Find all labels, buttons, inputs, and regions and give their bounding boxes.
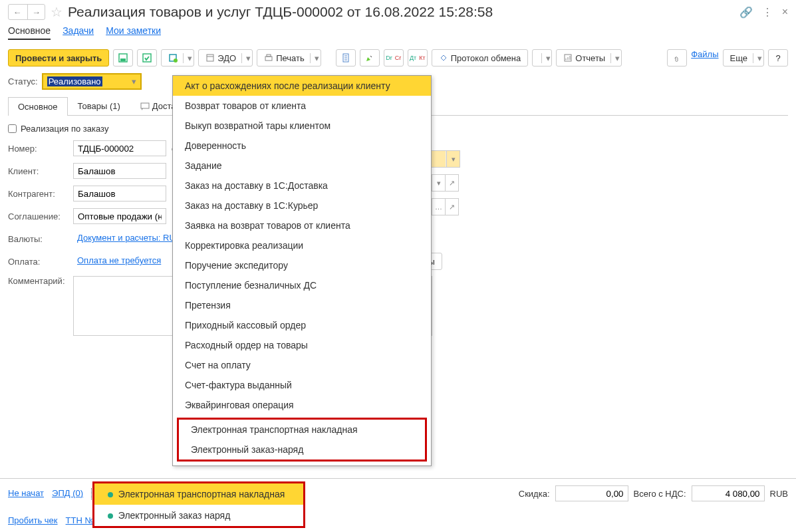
dot-icon <box>108 513 113 519</box>
menu-item[interactable]: Электронный заказ-наряд <box>179 440 425 460</box>
tab-tasks[interactable]: Задачи <box>63 25 94 40</box>
create-based-on-menu: Акт о расхождениях после реализации клие… <box>172 75 432 466</box>
counterparty-label: Контрагент: <box>8 189 68 199</box>
tab-main[interactable]: Основное <box>8 25 51 40</box>
by-order-checkbox[interactable] <box>8 124 17 133</box>
popup-item[interactable]: Электронный заказ наряд <box>94 505 303 526</box>
menu-item[interactable]: Заказ на доставку в 1С:Курьер <box>173 196 431 215</box>
forward-button[interactable]: → <box>27 5 45 19</box>
agreement-field[interactable] <box>73 208 166 224</box>
svg-rect-5 <box>207 55 213 61</box>
menu-item[interactable]: Счет-фактура выданный <box>173 375 431 395</box>
chevron-down-icon[interactable]: ▾ <box>432 175 445 191</box>
protocol-button[interactable]: Протокол обмена <box>432 49 529 66</box>
menu-item[interactable]: Эквайринговая операция <box>173 395 431 415</box>
attach-icon[interactable] <box>667 49 687 66</box>
agreement-label: Соглашение: <box>8 211 68 221</box>
menu-item[interactable]: Выкуп возвратной тары клиентом <box>173 116 431 136</box>
status-field[interactable]: Реализовано ▾ <box>42 73 142 90</box>
ttn-link[interactable]: ТТН № <box>66 515 94 525</box>
top-tabs: Основное Задачи Мои заметки <box>0 25 796 47</box>
client-field[interactable] <box>73 163 166 179</box>
menu-item[interactable]: Приходный кассовый ордер <box>173 315 431 335</box>
close-icon[interactable]: × <box>782 6 788 18</box>
more-icon[interactable]: ⋮ <box>762 6 773 19</box>
more-button[interactable]: Еще▾ <box>723 49 764 66</box>
menu-item[interactable]: Возврат товаров от клиента <box>173 96 431 116</box>
dt-kt-button[interactable]: ДтКт <box>408 49 428 66</box>
reports-button[interactable]: Отчеты▾ <box>556 49 622 66</box>
menu-item[interactable]: Акт о расхождениях после реализации клие… <box>173 76 431 96</box>
payment-label: Оплата: <box>8 257 68 267</box>
menu-item[interactable]: Поступление безналичных ДС <box>173 275 431 295</box>
menu-item[interactable]: Претензия <box>173 295 431 315</box>
svg-rect-7 <box>267 55 271 57</box>
favorite-icon[interactable]: ☆ <box>51 4 63 20</box>
svg-point-4 <box>174 59 178 63</box>
chat-icon <box>140 102 150 110</box>
discount-field[interactable] <box>555 485 628 501</box>
post-and-close-button[interactable]: Провести и закрыть <box>8 49 109 66</box>
ftab-goods[interactable]: Товары (1) <box>68 96 130 115</box>
nav-buttons: ← → <box>8 4 45 20</box>
svg-rect-11 <box>141 103 149 108</box>
chevron-down-icon[interactable]: ▾ <box>132 76 136 86</box>
back-button[interactable]: ← <box>9 5 26 19</box>
menu-item[interactable]: Заказ на доставку в 1С:Доставка <box>173 176 431 196</box>
open-icon[interactable]: ↗ <box>445 199 458 215</box>
payment-link[interactable]: Оплата не требуется <box>73 253 165 269</box>
counterparty-field[interactable] <box>73 186 166 201</box>
not-started-link[interactable]: Не начат <box>8 488 44 499</box>
create-based-on-button[interactable]: ▾ <box>161 49 194 66</box>
tab-notes[interactable]: Мои заметки <box>106 25 161 40</box>
dot-icon <box>108 492 113 497</box>
window-header: ← → ☆ Реализация товаров и услуг ТДЦБ-00… <box>0 0 796 25</box>
pencil-icon-button[interactable] <box>360 49 380 66</box>
post-button[interactable] <box>137 49 157 66</box>
toolbar: Провести и закрыть ▾ ЭДО▾ Печать▾ DrCr Д… <box>0 47 796 73</box>
by-order-label: Реализация по заказу <box>21 124 108 134</box>
save-button[interactable] <box>113 49 133 66</box>
svg-rect-2 <box>143 54 151 62</box>
currency-link[interactable]: Документ и расчеты: RU <box>73 231 180 247</box>
currency-label: Валюты: <box>8 234 68 244</box>
currency-label: RUB <box>770 489 788 499</box>
edo-button[interactable]: ЭДО▾ <box>198 49 253 66</box>
ftab-main[interactable]: Основное <box>8 97 68 116</box>
comment-label: Комментарий: <box>8 276 68 286</box>
highlight-box: Электронная транспортная накладная Элект… <box>177 418 427 462</box>
send-button[interactable]: ▾ <box>532 49 552 66</box>
discount-label: Скидка: <box>519 489 550 499</box>
svg-rect-6 <box>265 57 272 61</box>
menu-item[interactable]: Доверенность <box>173 136 431 156</box>
epd-link[interactable]: ЭПД (0) <box>52 488 83 499</box>
open-icon[interactable]: ↗ <box>445 175 458 191</box>
chevron-down-icon[interactable]: ▾ <box>446 151 460 167</box>
help-button[interactable]: ? <box>768 49 788 66</box>
total-field[interactable] <box>692 485 765 501</box>
link-icon[interactable]: 🔗 <box>739 6 753 19</box>
menu-item[interactable]: Электронная транспортная накладная <box>179 420 425 440</box>
files-link[interactable]: Файлы <box>691 49 718 66</box>
status-label: Статус: <box>8 76 38 86</box>
total-label: Всего с НДС: <box>634 489 686 499</box>
page-title: Реализация товаров и услуг ТДЦБ-000002 о… <box>68 4 493 20</box>
menu-item[interactable]: Корректировка реализации <box>173 235 431 255</box>
print-button[interactable]: Печать▾ <box>257 49 321 66</box>
menu-item[interactable]: Счет на оплату <box>173 355 431 375</box>
client-label: Клиент: <box>8 166 68 176</box>
dr-cr-button[interactable]: DrCr <box>384 49 404 66</box>
menu-item[interactable]: Расходный ордер на товары <box>173 335 431 355</box>
menu-item[interactable]: Поручение экспедитору <box>173 255 431 275</box>
menu-item[interactable]: Заявка на возврат товаров от клиента <box>173 215 431 235</box>
punch-check-link[interactable]: Пробить чек <box>8 515 58 525</box>
doc-icon-button[interactable] <box>336 49 356 66</box>
more-dots-icon[interactable]: … <box>432 199 445 215</box>
svg-rect-1 <box>120 59 126 61</box>
number-field[interactable] <box>73 140 166 156</box>
bottom-links: Пробить чек ТТН № <box>8 515 94 525</box>
epd-popup: Электронная транспортная накладная Элект… <box>92 481 305 528</box>
menu-item[interactable]: Задание <box>173 156 431 176</box>
popup-item[interactable]: Электронная транспортная накладная <box>94 483 303 505</box>
status-value: Реализовано <box>47 76 102 86</box>
